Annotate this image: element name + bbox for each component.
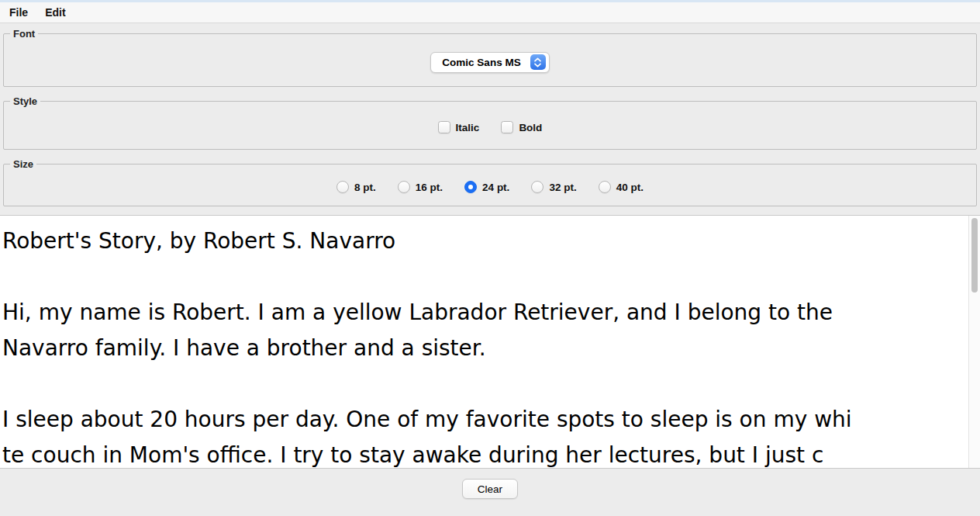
size-radio-8pt-label: 8 pt. — [354, 182, 376, 193]
size-group-title: Size — [10, 158, 36, 170]
bold-checkbox-row[interactable]: Bold — [501, 121, 542, 133]
text-line: te couch in Mom's office. I try to stay … — [2, 438, 964, 468]
font-family-dropdown[interactable]: Comic Sans MS — [430, 52, 549, 73]
text-line — [2, 366, 964, 402]
font-group: Font Comic Sans MS — [3, 28, 977, 87]
app-window: File Edit Font Comic Sans MS Style — [0, 0, 980, 516]
size-group: Size 8 pt. 16 pt. 24 pt. 32 pt. — [3, 158, 977, 206]
font-dropdown-selected-value: Comic Sans MS — [442, 57, 523, 68]
size-radio-16pt[interactable] — [398, 181, 410, 193]
bold-checkbox[interactable] — [501, 121, 513, 133]
font-group-title: Font — [10, 28, 38, 40]
vertical-scrollbar[interactable] — [968, 216, 980, 468]
text-line: I sleep about 20 hours per day. One of m… — [2, 402, 964, 438]
style-group-content: Italic Bold — [9, 107, 971, 147]
size-radio-32pt-row[interactable]: 32 pt. — [531, 181, 576, 193]
size-radio-24pt-row[interactable]: 24 pt. — [464, 181, 509, 193]
menu-bar: File Edit — [0, 2, 980, 23]
text-editor[interactable]: Robert's Story, by Robert S. Navarro Hi,… — [0, 216, 980, 468]
menu-item-edit[interactable]: Edit — [43, 5, 67, 20]
size-radio-40pt[interactable] — [599, 181, 611, 193]
controls-panel: Font Comic Sans MS Style I — [0, 23, 980, 206]
document-area: Robert's Story, by Robert S. Navarro Hi,… — [0, 215, 980, 469]
text-line: Hi, my name is Robert. I am a yellow Lab… — [2, 295, 964, 331]
size-radio-32pt-label: 32 pt. — [549, 182, 576, 193]
size-radio-8pt[interactable] — [336, 181, 349, 193]
footer-bar: Clear — [0, 469, 980, 509]
scrollbar-thumb[interactable] — [971, 218, 978, 293]
size-radio-32pt[interactable] — [531, 181, 543, 193]
text-line: Navarro family. I have a brother and a s… — [2, 331, 964, 366]
chevron-up-down-icon — [530, 54, 546, 70]
style-group-title: Style — [10, 95, 40, 107]
italic-checkbox[interactable] — [438, 121, 450, 133]
italic-checkbox-row[interactable]: Italic — [438, 121, 480, 133]
size-radio-24pt-label: 24 pt. — [482, 182, 509, 193]
menu-item-file[interactable]: File — [8, 5, 29, 20]
style-group: Style Italic Bold — [3, 95, 977, 150]
size-radio-8pt-row[interactable]: 8 pt. — [336, 181, 376, 193]
bold-checkbox-label: Bold — [519, 122, 542, 133]
size-radio-40pt-label: 40 pt. — [616, 182, 644, 193]
size-radio-24pt[interactable] — [464, 181, 477, 193]
italic-checkbox-label: Italic — [456, 122, 480, 133]
clear-button[interactable]: Clear — [462, 479, 518, 499]
size-radio-40pt-row[interactable]: 40 pt. — [599, 181, 644, 193]
text-line — [2, 259, 964, 295]
size-radio-16pt-label: 16 pt. — [416, 182, 443, 193]
size-radio-16pt-row[interactable]: 16 pt. — [398, 181, 443, 193]
font-group-content: Comic Sans MS — [9, 40, 971, 85]
text-line: Robert's Story, by Robert S. Navarro — [2, 223, 964, 259]
size-group-content: 8 pt. 16 pt. 24 pt. 32 pt. 40 pt. — [9, 170, 971, 204]
